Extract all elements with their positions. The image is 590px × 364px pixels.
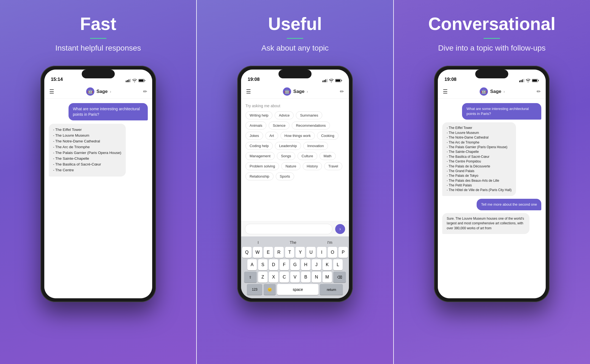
kb-v[interactable]: V — [290, 272, 300, 283]
topic-travel[interactable]: Travel — [324, 162, 342, 170]
kb-w[interactable]: W — [253, 247, 262, 258]
topics-label-useful: Try asking me about — [245, 104, 345, 108]
topic-nature[interactable]: Nature — [281, 162, 300, 170]
kb-x[interactable]: X — [269, 272, 278, 283]
menu-icon-useful[interactable]: ☰ — [246, 88, 251, 95]
svg-rect-8 — [325, 79, 326, 82]
kb-r[interactable]: R — [274, 247, 284, 258]
kb-delete[interactable]: ⌫ — [333, 272, 346, 283]
topic-cooking[interactable]: Cooking — [317, 132, 338, 140]
kb-suggestion-i[interactable]: I — [258, 240, 259, 245]
kb-n[interactable]: N — [312, 272, 321, 283]
kb-return[interactable]: return — [320, 284, 343, 295]
kb-a[interactable]: A — [247, 259, 257, 270]
kb-g[interactable]: G — [290, 259, 300, 270]
kb-suggestion-im[interactable]: I'm — [327, 240, 332, 245]
topic-math[interactable]: Math — [319, 152, 336, 160]
kb-c[interactable]: C — [280, 272, 289, 283]
topic-science[interactable]: Science — [269, 122, 289, 129]
topic-management[interactable]: Management — [245, 152, 275, 160]
topic-animals[interactable]: Animals — [245, 122, 266, 129]
chevron-icon-useful: › — [307, 89, 308, 94]
topic-leadership[interactable]: Leadership — [275, 142, 301, 150]
kb-k[interactable]: K — [323, 259, 332, 270]
signal-icon-useful — [323, 79, 327, 82]
topic-relationship[interactable]: Relationship — [245, 172, 274, 180]
kb-t[interactable]: T — [285, 247, 294, 258]
battery-icon-useful — [335, 79, 342, 82]
panel-fast-underline — [90, 38, 106, 39]
topic-advice[interactable]: Advice — [275, 111, 294, 119]
topic-sports[interactable]: Sports — [276, 172, 294, 180]
avatar-fast: 🤖 — [86, 87, 94, 96]
panel-conv-title: Conversational — [428, 14, 555, 34]
kb-row-3: ⇧ Z X C V B N M ⌫ — [242, 272, 348, 283]
topic-songs[interactable]: Songs — [277, 152, 295, 160]
kb-i[interactable]: I — [317, 247, 326, 258]
topic-culture[interactable]: Culture — [297, 152, 317, 160]
kb-f[interactable]: F — [280, 259, 289, 270]
status-time-fast: 15:14 — [51, 77, 63, 82]
topic-recommendations[interactable]: Recommendations — [292, 122, 330, 129]
topic-how-things-work[interactable]: How things work — [280, 132, 315, 140]
kb-emoji[interactable]: 😊 — [264, 284, 276, 295]
panel-useful-title: Useful — [268, 14, 322, 34]
avatar-conv: 🤖 — [480, 87, 488, 96]
kb-b[interactable]: B — [301, 272, 310, 283]
battery-icon-conv — [532, 79, 539, 82]
topic-writing-help[interactable]: Writing help — [245, 111, 272, 119]
kb-d[interactable]: D — [269, 259, 278, 270]
edit-icon-conv[interactable]: ✏ — [537, 89, 541, 95]
phone-notch-useful — [278, 70, 312, 78]
panel-conversational: Conversational Dive into a topic with fo… — [394, 0, 590, 364]
status-time-useful: 19:08 — [248, 77, 260, 82]
kb-q[interactable]: Q — [242, 247, 252, 258]
topic-art[interactable]: Art — [265, 132, 278, 140]
kb-p[interactable]: P — [338, 247, 348, 258]
kb-z[interactable]: Z — [258, 272, 267, 283]
kb-row-2: A S D F G H J K L — [242, 259, 348, 270]
topic-coding-help[interactable]: Coding help — [245, 142, 273, 150]
topic-history[interactable]: History — [303, 162, 322, 170]
chat-input-useful[interactable] — [245, 224, 332, 234]
svg-rect-12 — [519, 81, 520, 82]
kb-s[interactable]: S — [258, 259, 267, 270]
ai-bubble-conv-2: Sure. The Louvre Museum houses one of th… — [442, 213, 529, 234]
kb-shift[interactable]: ⇧ — [244, 272, 257, 283]
svg-rect-3 — [130, 79, 131, 82]
kb-space[interactable]: space — [277, 284, 318, 295]
panel-useful: Useful Ask about any topic 19:08 ☰ 🤖 — [197, 0, 393, 364]
topic-jokes[interactable]: Jokes — [245, 132, 263, 140]
chevron-icon-fast: › — [110, 89, 111, 94]
edit-icon-fast[interactable]: ✏ — [143, 89, 147, 95]
kb-row-4: 123 😊 space return — [242, 284, 348, 295]
kb-suggestion-the[interactable]: The — [290, 240, 296, 245]
kb-y[interactable]: Y — [296, 247, 305, 258]
signal-icon-conv — [519, 79, 524, 82]
kb-suggestions-useful: I The I'm — [242, 239, 348, 247]
kb-o[interactable]: O — [328, 247, 337, 258]
menu-icon-fast[interactable]: ☰ — [49, 88, 54, 95]
phone-useful: 19:08 ☰ 🤖 Sage › ✏ — [237, 66, 353, 302]
topic-innovation[interactable]: Innovation — [303, 142, 328, 150]
kb-e[interactable]: E — [264, 247, 273, 258]
kb-m[interactable]: M — [323, 272, 332, 283]
header-bar-useful: ☰ 🤖 Sage › ✏ — [241, 84, 349, 99]
signal-icon — [126, 79, 131, 82]
topic-problem-solving[interactable]: Problem solving — [245, 162, 279, 170]
status-icons-conv — [519, 79, 539, 82]
edit-icon-useful[interactable]: ✏ — [340, 89, 344, 95]
topic-summaries[interactable]: Summaries — [296, 111, 322, 119]
svg-rect-1 — [127, 80, 128, 82]
header-bar-fast: ☰ 🤖 Sage › ✏ — [44, 84, 152, 99]
send-button-useful[interactable]: › — [335, 224, 345, 234]
menu-icon-conv[interactable]: ☰ — [443, 88, 448, 95]
user-bubble-conv-1: What are some interesting architectural … — [462, 103, 541, 120]
svg-rect-14 — [522, 79, 523, 82]
kb-123[interactable]: 123 — [247, 284, 262, 295]
header-bar-conv: ☰ 🤖 Sage › ✏ — [438, 84, 546, 99]
kb-u[interactable]: U — [306, 247, 316, 258]
kb-l[interactable]: L — [333, 259, 343, 270]
kb-h[interactable]: H — [301, 259, 310, 270]
kb-j[interactable]: J — [312, 259, 321, 270]
